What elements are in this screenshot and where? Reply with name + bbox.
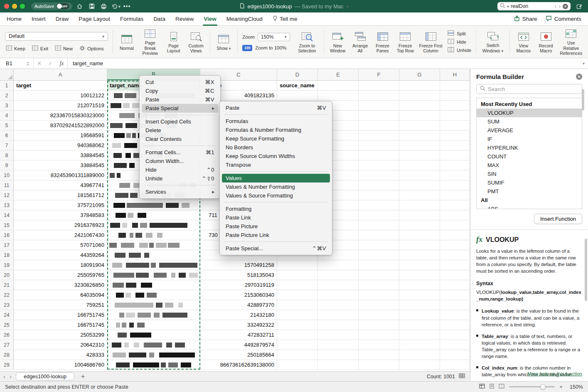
formula-bar-expand-icon[interactable]: ▾ bbox=[583, 61, 585, 66]
cell-A11[interactable]: 43967741 bbox=[14, 180, 107, 190]
cell-C19[interactable]: 1570491258 bbox=[200, 260, 277, 270]
row-header-8[interactable]: 8 bbox=[0, 150, 14, 160]
row-header-9[interactable]: 9 bbox=[0, 160, 14, 170]
function-item-vlookup[interactable]: VLOOKUP bbox=[477, 108, 582, 117]
cell-G10[interactable] bbox=[399, 170, 440, 180]
function-item-max[interactable]: MAX bbox=[477, 161, 582, 170]
paste-special-item-keep-source-formatting[interactable]: Keep Source Formatting bbox=[222, 134, 330, 143]
undo-icon[interactable]: ▾ bbox=[111, 2, 121, 10]
cell-G26[interactable] bbox=[399, 330, 440, 340]
cell-H10[interactable] bbox=[440, 170, 470, 180]
row-header-15[interactable]: 15 bbox=[0, 220, 14, 230]
cell-D23[interactable] bbox=[277, 300, 318, 310]
cell-D28[interactable] bbox=[277, 350, 318, 360]
row-header-7[interactable]: 7 bbox=[0, 141, 14, 150]
cell-B14-redacted[interactable] bbox=[107, 210, 200, 220]
cell-G12[interactable] bbox=[399, 190, 440, 200]
normal-view-icon[interactable] bbox=[479, 384, 485, 390]
cell-E24[interactable] bbox=[318, 310, 359, 320]
cell-A8[interactable]: 33884545 bbox=[14, 150, 107, 160]
cell-G24[interactable] bbox=[399, 310, 440, 320]
context-menu-item-clear-contents[interactable]: Clear Contents bbox=[142, 135, 218, 143]
cell-G21[interactable] bbox=[399, 280, 440, 290]
cell-G15[interactable] bbox=[399, 220, 440, 230]
ribbon-tab-formulas[interactable]: Formulas bbox=[120, 12, 143, 26]
row-header-29[interactable]: 29 bbox=[0, 360, 14, 370]
paste-special-item-paste-special[interactable]: Paste Special...⌃⌘V bbox=[222, 244, 330, 253]
cell-G7[interactable] bbox=[399, 141, 440, 150]
paste-special-item-values-number-formatting[interactable]: Values & Number Formatting bbox=[222, 182, 330, 191]
function-item-sumif[interactable]: SUMIF bbox=[477, 178, 582, 187]
context-menu-item-column-width[interactable]: Column Width... bbox=[142, 157, 218, 165]
cell-D24[interactable] bbox=[277, 310, 318, 320]
cell-B28-redacted[interactable] bbox=[107, 350, 200, 360]
cell-H23[interactable] bbox=[440, 300, 470, 310]
cell-H7[interactable] bbox=[440, 141, 470, 150]
function-item-sum[interactable]: SUM bbox=[477, 117, 582, 126]
undo-dropdown-icon[interactable]: ▾ bbox=[118, 4, 121, 9]
cell-E25[interactable] bbox=[318, 320, 359, 330]
cell-A21[interactable]: 3230826850 bbox=[14, 280, 107, 290]
use-relative-references-button[interactable]: Use Relative References bbox=[558, 27, 585, 57]
panel-scrollbar[interactable] bbox=[585, 239, 587, 301]
cell-C29[interactable]: 866736162639138000 bbox=[200, 360, 277, 370]
cell-C22[interactable]: 2153060340 bbox=[200, 290, 277, 300]
cell-H25[interactable] bbox=[440, 320, 470, 330]
paste-special-item-paste-picture[interactable]: Paste Picture bbox=[222, 222, 330, 231]
cell-C23[interactable]: 428897370 bbox=[200, 300, 277, 310]
cell-F25[interactable] bbox=[359, 320, 399, 330]
cell-G25[interactable] bbox=[399, 320, 440, 330]
cell-G4[interactable] bbox=[399, 111, 440, 121]
context-menu-item-paste-special[interactable]: Paste Special▸ bbox=[142, 104, 218, 113]
cell-F10[interactable] bbox=[359, 170, 399, 180]
cell-B17-redacted[interactable] bbox=[107, 240, 200, 250]
cancel-entry-icon[interactable]: ✕ bbox=[34, 60, 45, 67]
more-help-link[interactable]: More help on this function bbox=[527, 371, 582, 376]
cell-D25[interactable] bbox=[277, 320, 318, 330]
ribbon-tab-tell-me[interactable]: Tell me bbox=[273, 12, 298, 26]
more-commands-icon[interactable]: ••• bbox=[123, 3, 131, 10]
cell-F26[interactable] bbox=[359, 330, 399, 340]
cell-F28[interactable] bbox=[359, 350, 399, 360]
cell-H14[interactable] bbox=[440, 210, 470, 220]
cell-E22[interactable] bbox=[318, 290, 359, 300]
ribbon-tab-draw[interactable]: Draw bbox=[56, 12, 69, 26]
cell-F13[interactable] bbox=[359, 200, 399, 210]
context-menu-item-delete[interactable]: Delete bbox=[142, 126, 218, 135]
row-header-12[interactable]: 12 bbox=[0, 190, 14, 200]
row-header-25[interactable]: 25 bbox=[0, 320, 14, 330]
cell-B22-redacted[interactable] bbox=[107, 290, 200, 300]
cell-F17[interactable] bbox=[359, 240, 399, 250]
row-header-5[interactable]: 5 bbox=[0, 121, 14, 131]
select-all-corner[interactable] bbox=[0, 69, 14, 80]
zoom-to-selection-button[interactable]: Zoom to Selection bbox=[293, 30, 321, 54]
cell-D21[interactable] bbox=[277, 280, 318, 290]
cell-H6[interactable] bbox=[440, 131, 470, 141]
function-item-if[interactable]: IF bbox=[477, 135, 582, 143]
name-box[interactable]: B1 bbox=[0, 60, 27, 67]
cell-F5[interactable] bbox=[359, 121, 399, 131]
cell-A14[interactable]: 37848583 bbox=[14, 210, 107, 220]
row-header-11[interactable]: 11 bbox=[0, 180, 14, 190]
unhide-button[interactable]: Unhide bbox=[448, 47, 471, 53]
cell-E2[interactable] bbox=[318, 91, 359, 101]
cell-F16[interactable] bbox=[359, 230, 399, 240]
cell-F14[interactable] bbox=[359, 210, 399, 220]
cell-H5[interactable] bbox=[440, 121, 470, 131]
cell-C28[interactable]: 250185664 bbox=[200, 350, 277, 360]
cell-H16[interactable] bbox=[440, 230, 470, 240]
cell-A13[interactable]: 375721095 bbox=[14, 200, 107, 210]
cell-D2[interactable] bbox=[277, 91, 318, 101]
row-header-4[interactable]: 4 bbox=[0, 111, 14, 121]
new-button[interactable]: New bbox=[55, 45, 73, 52]
cell-B19-redacted[interactable] bbox=[107, 260, 200, 270]
cell-G19[interactable] bbox=[399, 260, 440, 270]
search-box[interactable]: ▾ realDon ‹ › ✕ bbox=[497, 2, 571, 10]
context-menu-item-insert-copied-cells[interactable]: Insert Copied Cells bbox=[142, 117, 218, 126]
row-header-3[interactable]: 3 bbox=[0, 101, 14, 111]
cell-C26[interactable]: 472832711 bbox=[200, 330, 277, 340]
cell-A22[interactable]: 64035094 bbox=[14, 290, 107, 300]
function-search-input[interactable]: Search bbox=[476, 84, 582, 94]
row-header-24[interactable]: 24 bbox=[0, 310, 14, 320]
search-clear-icon[interactable]: ✕ bbox=[563, 4, 568, 9]
